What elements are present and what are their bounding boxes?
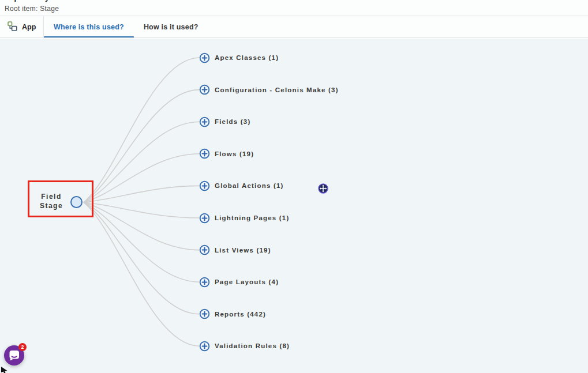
app-button-label: App	[22, 23, 36, 31]
tree-node-lightning-pages[interactable]: Lightning Pages (1)	[199, 212, 290, 224]
tree-node-validation-rules[interactable]: Validation Rules (8)	[199, 340, 290, 352]
tree-node-label: List Views (19)	[215, 247, 271, 254]
tree-node-list-views[interactable]: List Views (19)	[199, 244, 271, 256]
page-title: Dependency Tree	[5, 0, 67, 2]
root-node-label: Field Stage	[33, 192, 69, 210]
tree-node-global-actions[interactable]: Global Actions (1)	[199, 180, 284, 191]
tree-node-flows[interactable]: Flows (19)	[199, 148, 254, 160]
expand-plus-icon[interactable]	[199, 180, 210, 191]
tab-bar: App Where is this used? How is it used?	[0, 16, 588, 38]
root-node-label-line1: Field	[33, 192, 69, 201]
tab-where-is-this-used[interactable]: Where is this used?	[44, 16, 134, 38]
tree-node-label: Reports (442)	[215, 311, 266, 318]
tree-node-label: Flows (19)	[215, 150, 254, 157]
chat-unread-badge: 2	[18, 343, 27, 351]
expand-plus-icon[interactable]	[199, 84, 210, 95]
move-cross-icon[interactable]	[318, 183, 328, 194]
tree-node-label: Fields (3)	[215, 118, 250, 125]
tree-node-label: Validation Rules (8)	[215, 342, 290, 349]
root-node-label-line2: Stage	[33, 201, 69, 210]
header: Dependency Tree Root item: Stage App Whe…	[0, 0, 588, 38]
tree-node-apex-classes[interactable]: Apex Classes (1)	[199, 52, 279, 63]
expand-plus-icon[interactable]	[199, 116, 210, 127]
dependency-tree-canvas[interactable]: Field Stage Apex Classes (1) Configurati…	[0, 39, 588, 373]
chat-launcher-button[interactable]: 2	[4, 345, 24, 366]
expand-plus-icon[interactable]	[199, 52, 210, 63]
expand-plus-icon[interactable]	[199, 308, 210, 319]
tree-node-label: Apex Classes (1)	[215, 54, 279, 61]
app-button[interactable]: App	[0, 16, 44, 38]
expand-plus-icon[interactable]	[199, 244, 210, 255]
tree-node-configuration-celonis-make[interactable]: Configuration - Celonis Make (3)	[199, 84, 339, 96]
tree-node-reports[interactable]: Reports (442)	[199, 308, 266, 320]
expand-plus-icon[interactable]	[199, 148, 210, 159]
tree-node-label: Configuration - Celonis Make (3)	[215, 86, 339, 93]
tree-node-label: Global Actions (1)	[215, 182, 284, 189]
expand-plus-icon[interactable]	[199, 213, 210, 224]
root-item-label: Root item: Stage	[5, 5, 59, 13]
app-hierarchy-icon	[7, 21, 18, 34]
expand-plus-icon[interactable]	[199, 341, 210, 352]
tree-node-label: Lightning Pages (1)	[215, 214, 290, 221]
tree-node-fields[interactable]: Fields (3)	[199, 116, 250, 127]
tab-how-is-it-used[interactable]: How is it used?	[134, 16, 208, 38]
tree-node-page-layouts[interactable]: Page Layouts (4)	[199, 276, 279, 288]
expand-plus-icon[interactable]	[199, 277, 210, 288]
root-node-circle[interactable]	[70, 196, 83, 208]
tree-node-label: Page Layouts (4)	[215, 278, 279, 285]
mouse-cursor	[1, 367, 9, 373]
